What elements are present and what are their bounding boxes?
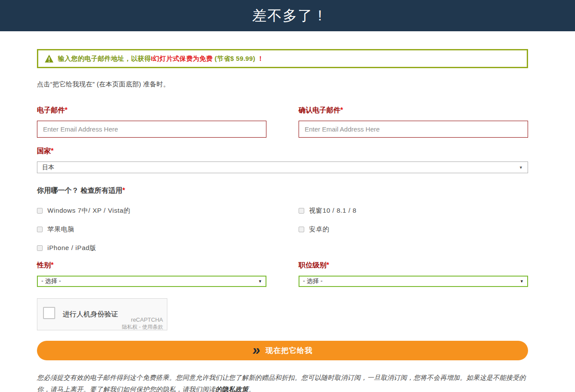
checkbox-mac-label: 苹果电脑 — [47, 225, 74, 234]
checkbox-row-iphone: iPhone / iPad版 — [37, 239, 266, 257]
checkbox-android-label: 安卓的 — [309, 225, 329, 234]
gender-select-value: - 选择 - — [41, 277, 61, 285]
chevron-down-icon: ▼ — [520, 279, 524, 283]
double-chevron-icon: » — [252, 343, 261, 357]
chevron-down-icon: ▼ — [258, 279, 262, 283]
job-level-label: 职位级别* — [299, 261, 528, 270]
privacy-policy-link[interactable]: 的隐私政策 — [215, 385, 248, 392]
form-container: 输入您的电子邮件地址，以获得I幻灯片式保费为免费 (节省$ 59.99) ！ 点… — [37, 49, 528, 392]
page-title: 差不多了 ! — [252, 6, 322, 26]
usage-label: 你用哪一个？ 检查所有适用* — [37, 186, 528, 195]
checkbox-iphone-label: iPhone / iPad版 — [47, 244, 96, 252]
warning-icon — [45, 55, 53, 63]
job-level-required-mark: * — [326, 261, 329, 269]
email-input[interactable] — [37, 121, 266, 138]
job-level-select-value: - 选择 - — [303, 277, 322, 285]
page-header: 差不多了 ! — [0, 0, 575, 31]
alert-text-red-1: I幻灯片式保费为免费 — [151, 55, 213, 62]
email-label: 电子邮件* — [37, 106, 266, 115]
footer-text-end: 。 — [248, 385, 255, 392]
checkbox-iphone[interactable] — [37, 245, 43, 251]
confirm-email-label: 确认电子邮件* — [299, 106, 528, 115]
intro-text: 点击“把它给我现在” (在本页面底部) 准备时。 — [37, 80, 528, 89]
footer-text: 您必须提交有效的电子邮件得到这个免费搭乘。您同意允许我们让您了解新的赠品和折扣。… — [37, 374, 526, 392]
submit-button[interactable]: » 现在把它给我 — [37, 341, 528, 360]
checkbox-row-mac: 苹果电脑 — [37, 220, 266, 239]
checkbox-windows7[interactable] — [37, 208, 43, 214]
checkbox-row-windows7: Windows 7中/ XP / Vista的 — [37, 201, 266, 220]
recaptcha-checkbox[interactable] — [43, 307, 55, 319]
country-select[interactable]: 日本 ▼ — [37, 161, 528, 173]
country-select-value: 日本 — [42, 164, 54, 171]
job-level-select[interactable]: - 选择 - ▼ — [299, 276, 528, 287]
checkbox-android[interactable] — [299, 227, 304, 232]
alert-text-green-2: (节省$ 59.99) — [213, 55, 257, 62]
usage-options: Windows 7中/ XP / Vista的 视窗10 / 8.1 / 8 苹… — [37, 201, 528, 257]
usage-required-mark: * — [122, 187, 125, 194]
checkbox-mac[interactable] — [37, 227, 43, 232]
chevron-down-icon: ▼ — [519, 165, 523, 170]
alert-text-red-2: ！ — [257, 55, 264, 62]
checkbox-row-windows10: 视窗10 / 8.1 / 8 — [299, 201, 528, 220]
recaptcha-brand: reCAPTCHA — [131, 316, 163, 323]
confirm-email-input[interactable] — [299, 121, 528, 138]
submit-button-label: 现在把它给我 — [266, 346, 312, 356]
gender-label: 性别* — [37, 261, 266, 270]
checkbox-windows7-label: Windows 7中/ XP / Vista的 — [47, 207, 130, 215]
alert-text: 输入您的电子邮件地址，以获得I幻灯片式保费为免费 (节省$ 59.99) ！ — [58, 55, 264, 63]
footer-disclaimer: 您必须提交有效的电子邮件得到这个免费搭乘。您同意允许我们让您了解新的赠品和折扣。… — [37, 372, 528, 392]
country-label: 国家* — [37, 147, 528, 156]
recaptcha-privacy-terms-links[interactable]: 隐私权 - 使用条款 — [122, 323, 163, 331]
checkbox-windows10[interactable] — [299, 208, 304, 214]
gender-required-mark: * — [51, 261, 53, 269]
recaptcha-widget: 进行人机身份验证 reCAPTCHA 隐私权 - 使用条款 — [37, 298, 167, 330]
checkbox-row-android: 安卓的 — [299, 220, 528, 239]
country-required-mark: * — [51, 147, 53, 155]
email-required-mark: * — [65, 106, 67, 114]
recaptcha-label: 进行人机身份验证 — [63, 310, 118, 319]
alert-text-green-1: 输入您的电子邮件地址，以获得 — [58, 55, 151, 62]
confirm-email-required-mark: * — [340, 106, 343, 114]
gender-select[interactable]: - 选择 - ▼ — [37, 276, 266, 287]
checkbox-windows10-label: 视窗10 / 8.1 / 8 — [309, 207, 356, 215]
alert-banner: 输入您的电子邮件地址，以获得I幻灯片式保费为免费 (节省$ 59.99) ！ — [37, 49, 528, 68]
